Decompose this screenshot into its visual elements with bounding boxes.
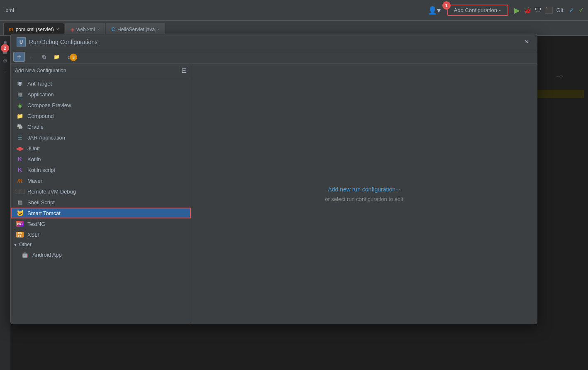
other-chevron-icon: ▼: [13, 243, 17, 247]
badge1-container: 1 Add Configuration···: [444, 5, 508, 16]
top-bar-center: 👤▾ 1 Add Configuration··· ▶ 🐞 🛡 ⬛: [428, 5, 553, 16]
toolbar-copy-button[interactable]: ⧉: [38, 52, 50, 62]
toolbar-remove-button[interactable]: −: [26, 52, 37, 62]
config-item-shell-script[interactable]: ▤ Shell Script: [11, 197, 191, 208]
xslt-icon: XSLT: [16, 231, 24, 238]
config-item-compound[interactable]: 📁 Compound: [11, 110, 191, 121]
application-icon: ▦: [16, 91, 24, 98]
debug-icon[interactable]: 🐞: [523, 6, 532, 14]
maven-label: Maven: [27, 178, 44, 184]
smart-tomcat-label: Smart Tomcat: [27, 210, 61, 216]
coverage-icon[interactable]: 🛡: [535, 7, 542, 14]
config-item-compose-preview[interactable]: ◈ Compose Preview: [11, 100, 191, 110]
compose-preview-icon: ◈: [16, 102, 24, 108]
tab-web-close[interactable]: ×: [98, 27, 100, 32]
config-list-header-label: Add New Configuration: [15, 68, 66, 74]
config-right-title[interactable]: Add new run configuration···: [328, 186, 400, 193]
config-item-smart-tomcat[interactable]: 🐱 Smart Tomcat: [11, 208, 191, 218]
android-app-label: Android App: [32, 252, 62, 258]
gradle-icon: 🐘: [16, 123, 24, 130]
filename: .xml: [4, 7, 14, 13]
remote-jvm-icon: ⬛⬛: [16, 188, 24, 195]
config-right-subtitle: or select run configuration to edit: [325, 196, 403, 202]
badge-1: 1: [442, 1, 451, 10]
dialog-overlay: U Run/Debug Configurations × + − ⧉ 📁 ↕ 3: [0, 36, 588, 370]
config-item-jar-application[interactable]: ☰ JAR Application: [11, 132, 191, 143]
shell-script-icon: ▤: [16, 199, 24, 206]
toolbar-add-button[interactable]: +: [13, 52, 25, 62]
config-item-gradle[interactable]: 🐘 Gradle: [11, 121, 191, 132]
gradle-label: Gradle: [27, 124, 44, 130]
testng-label: TestNG: [27, 221, 45, 227]
other-section-label: Other: [19, 242, 32, 247]
dialog-title-bar: U Run/Debug Configurations ×: [11, 34, 537, 50]
tab-pom-label: pom.xml (servlet): [16, 27, 54, 32]
git-check-green: ✓: [578, 6, 584, 14]
tab-hello-label: HelloServlet.java: [117, 27, 155, 32]
junit-label: JUnit: [27, 145, 40, 152]
tab-web-label: web.xml: [77, 27, 95, 32]
run-icon[interactable]: ▶: [514, 6, 520, 15]
config-list-fold-icon[interactable]: ⊟: [181, 66, 187, 74]
tab-hello-icon: C: [111, 27, 115, 32]
tab-pom-close[interactable]: ×: [56, 27, 59, 32]
tab-pom-icon: m: [9, 27, 13, 32]
stop-icon[interactable]: ⬛: [545, 6, 553, 14]
application-label: Application: [27, 91, 54, 98]
jar-label: JAR Application: [27, 135, 65, 141]
config-item-kotlin[interactable]: K Kotlin: [11, 154, 191, 164]
config-list: Ant Target ▦ Application ◈ Compose Previ…: [11, 77, 191, 324]
top-bar: .xml 👤▾ 1 Add Configuration··· ▶ 🐞 🛡 ⬛ G…: [0, 0, 588, 21]
main-area: ≡ ≣ ⚙ − --> 2 U Run/Debug Configurations…: [0, 36, 588, 370]
maven-icon: m: [16, 177, 24, 184]
other-section-header[interactable]: ▼ Other: [11, 240, 191, 249]
dialog-toolbar: + − ⧉ 📁 ↕ 3: [11, 50, 537, 64]
config-item-junit[interactable]: ◀▶ JUnit: [11, 143, 191, 154]
compound-icon: 📁: [16, 113, 24, 119]
shell-script-label: Shell Script: [27, 199, 55, 206]
git-check-blue: ✓: [569, 6, 574, 14]
run-debug-dialog: U Run/Debug Configurations × + − ⧉ 📁 ↕ 3: [10, 34, 537, 324]
badge-3: 3: [70, 54, 77, 61]
user-icon[interactable]: 👤▾: [428, 6, 441, 15]
badge-2: 2: [1, 44, 9, 52]
toolbar-folder-button[interactable]: 📁: [51, 52, 62, 62]
ant-target-icon: [16, 80, 24, 87]
compound-label: Compound: [27, 113, 54, 119]
kotlin-script-label: Kotlin script: [27, 167, 55, 173]
config-right-panel: Add new run configuration··· or select r…: [191, 64, 537, 324]
dialog-title-text: Run/Debug Configurations: [29, 39, 519, 45]
smart-tomcat-icon: 🐱: [16, 210, 24, 216]
config-item-remote-jvm[interactable]: ⬛⬛ Remote JVM Debug: [11, 186, 191, 197]
dialog-icon: U: [17, 37, 26, 47]
testng-icon: NG: [16, 221, 24, 227]
ant-target-label: Ant Target: [27, 81, 52, 87]
config-item-xslt[interactable]: XSLT XSLT: [11, 229, 191, 240]
config-item-ant-target[interactable]: Ant Target: [11, 78, 191, 89]
remote-jvm-label: Remote JVM Debug: [27, 189, 76, 195]
config-item-maven[interactable]: m Maven: [11, 175, 191, 186]
config-item-kotlin-script[interactable]: K Kotlin script: [11, 164, 191, 175]
xslt-label: XSLT: [27, 232, 41, 238]
config-item-testng[interactable]: NG TestNG: [11, 218, 191, 229]
add-configuration-button[interactable]: Add Configuration···: [447, 5, 508, 16]
top-bar-right: Git: ✓ ✓: [556, 6, 584, 14]
config-list-panel: Add New Configuration ⊟ Ant Target ▦ App…: [11, 64, 191, 324]
dialog-icon-label: U: [20, 39, 23, 44]
compose-preview-label: Compose Preview: [27, 102, 71, 108]
jar-icon: ☰: [16, 134, 24, 141]
config-list-header: Add New Configuration ⊟: [11, 64, 191, 77]
junit-icon: ◀▶: [16, 145, 24, 152]
android-app-icon: 🤖: [21, 251, 29, 258]
dialog-close-button[interactable]: ×: [522, 37, 531, 47]
git-label: Git:: [556, 7, 565, 13]
config-item-application[interactable]: ▦ Application: [11, 89, 191, 100]
config-item-android-app[interactable]: 🤖 Android App: [11, 249, 191, 260]
kotlin-script-icon: K: [16, 167, 24, 173]
tab-hello-close[interactable]: ×: [157, 27, 160, 32]
tab-web-icon: ◈: [71, 27, 74, 32]
dialog-body: Add New Configuration ⊟ Ant Target ▦ App…: [11, 64, 537, 324]
kotlin-icon: K: [16, 156, 24, 162]
kotlin-label: Kotlin: [27, 156, 41, 162]
top-bar-left: .xml: [4, 7, 425, 13]
